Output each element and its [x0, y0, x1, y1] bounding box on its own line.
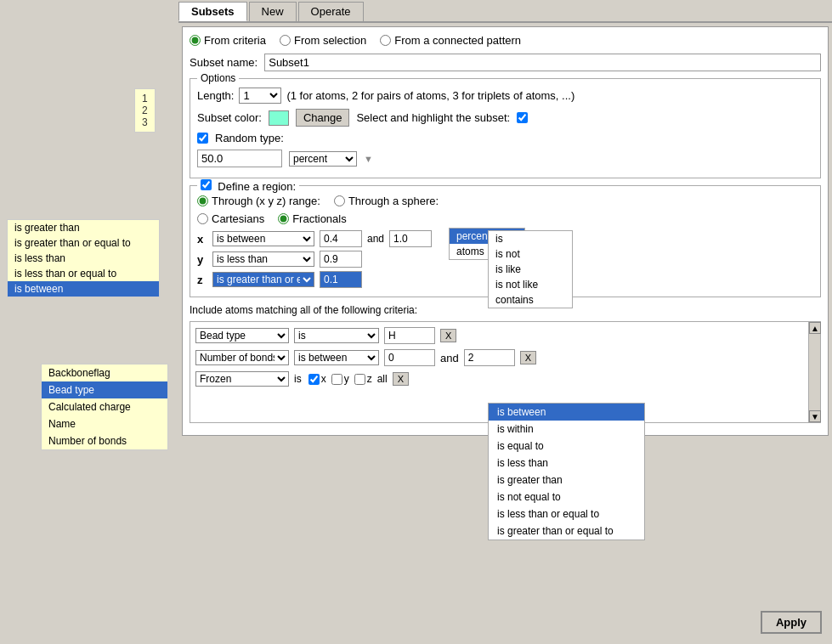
radio-from-criteria[interactable]: From criteria — [190, 34, 266, 47]
radio-from-pattern-input[interactable] — [380, 35, 391, 46]
is-not-like-option[interactable]: is not like — [489, 277, 572, 292]
num-bonds-val1-input[interactable] — [384, 349, 435, 366]
frozen-field-select[interactable]: Frozen — [195, 371, 289, 387]
bonds-comparison-dropdown[interactable]: is between is within is equal to is less… — [488, 403, 645, 540]
criteria-row-1: Bead type is X — [195, 327, 815, 344]
bead-type-field-select[interactable]: Bead type — [195, 328, 289, 343]
bonds-comp-greater[interactable]: is greater than — [489, 472, 644, 489]
bonds-comp-not-equal[interactable]: is not equal to — [489, 489, 644, 506]
bonds-comp-gte[interactable]: is greater than or equal to — [489, 523, 644, 539]
length-row: Length: 1 2 3 (1 for atoms, 2 for pairs … — [197, 88, 813, 104]
num-bonds-val2-input[interactable] — [464, 349, 515, 366]
frozen-z-checkbox[interactable] — [354, 374, 365, 385]
random-type-row: Random type: — [197, 132, 813, 144]
scrollbar-down[interactable]: ▼ — [809, 410, 821, 422]
num-bonds-remove-btn[interactable]: X — [520, 351, 536, 364]
frozen-y-checkbox[interactable] — [331, 374, 342, 385]
apply-button[interactable]: Apply — [761, 611, 822, 634]
tab-new[interactable]: New — [249, 2, 297, 21]
bonds-comp-within[interactable]: is within — [489, 421, 644, 438]
tab-subsets[interactable]: Subsets — [178, 2, 247, 21]
y-val-input[interactable] — [320, 251, 362, 268]
bead-field-calc-charge[interactable]: Calculated charge — [42, 398, 167, 415]
x-op-select[interactable]: is between — [212, 231, 314, 246]
through-xyz-label: Through (x y z) range: — [212, 195, 320, 207]
frozen-z-label[interactable]: z — [354, 373, 372, 385]
bead-field-dropdown[interactable]: Backboneflag Bead type Calculated charge… — [41, 364, 168, 450]
change-color-button[interactable]: Change — [296, 109, 350, 127]
highlight-label: Select and highlight the subset: — [356, 111, 510, 124]
criteria-scroll-area: ▲ ▼ Bead type is X Num — [190, 321, 821, 423]
random-unit-select[interactable]: percent atoms — [289, 151, 357, 167]
comp-option-lt[interactable]: is less than — [8, 251, 159, 266]
bead-type-remove-btn[interactable]: X — [440, 329, 456, 342]
bead-type-op-select[interactable]: is — [294, 328, 379, 343]
scrollbar-up[interactable]: ▲ — [809, 322, 821, 334]
is-not-option[interactable]: is not — [489, 246, 572, 262]
is-like-option[interactable]: is like — [489, 262, 572, 277]
region-group: Define a region: Through (x y z) range: … — [190, 185, 821, 297]
radio-from-criteria-input[interactable] — [190, 35, 201, 46]
bonds-comp-less[interactable]: is less than — [489, 455, 644, 472]
through-sphere-radio[interactable]: Through a sphere: — [334, 195, 439, 207]
through-xyz-radio[interactable]: Through (x y z) range: — [197, 195, 320, 207]
fractionals-label: Fractionals — [292, 212, 347, 225]
bonds-comp-lte[interactable]: is less than or equal to — [489, 506, 644, 523]
comp-option-between[interactable]: is between — [8, 281, 159, 297]
tab-operate[interactable]: Operate — [298, 2, 364, 21]
num-bonds-op-select[interactable]: is between — [294, 350, 379, 365]
bead-field-backboneflag[interactable]: Backboneflag — [42, 364, 167, 381]
bead-field-name[interactable]: Name — [42, 415, 167, 432]
random-value-input[interactable] — [197, 150, 282, 167]
through-sphere-radio-input[interactable] — [334, 195, 345, 206]
z-op-select[interactable]: is greater than or equal to — [212, 272, 314, 287]
radio-from-pattern[interactable]: From a connected pattern — [380, 34, 521, 47]
cartesians-radio[interactable]: Cartesians — [197, 212, 264, 225]
radio-from-selection-input[interactable] — [280, 35, 291, 46]
subset-name-input[interactable] — [264, 54, 821, 71]
bead-type-value-input[interactable] — [384, 327, 435, 344]
z-val-input[interactable] — [320, 271, 362, 288]
cartesians-radio-input[interactable] — [197, 213, 208, 224]
frozen-y-label[interactable]: y — [331, 373, 349, 385]
comparison-dropdown-left[interactable]: is greater than is greater than or equal… — [7, 219, 160, 297]
bead-field-bead-type[interactable]: Bead type — [42, 381, 167, 398]
y-op-select[interactable]: is less than — [212, 251, 314, 267]
fractionals-radio[interactable]: Fractionals — [278, 212, 347, 225]
radio-from-pattern-label: From a connected pattern — [394, 34, 521, 47]
bonds-comp-between[interactable]: is between — [489, 404, 644, 421]
cartesians-label: Cartesians — [212, 212, 264, 225]
number-1: 1 — [142, 93, 148, 105]
x-val2-input[interactable] — [389, 230, 432, 247]
tab-bar: Subsets New Operate — [178, 0, 832, 23]
frozen-remove-btn[interactable]: X — [393, 372, 409, 386]
color-swatch[interactable] — [269, 110, 289, 126]
subset-name-label: Subset name: — [190, 56, 258, 69]
comp-option-gt[interactable]: is greater than — [8, 220, 159, 235]
bonds-comp-equal[interactable]: is equal to — [489, 438, 644, 455]
length-select[interactable]: 1 2 3 — [239, 88, 281, 104]
highlight-checkbox[interactable] — [517, 112, 528, 123]
through-xyz-radio-input[interactable] — [197, 195, 208, 206]
frozen-x-checkbox[interactable] — [308, 374, 320, 385]
bead-field-num-bonds[interactable]: Number of bonds — [42, 432, 167, 449]
options-legend: Options — [197, 72, 239, 84]
is-not-like-dropdown[interactable]: is is not is like is not like contains — [488, 230, 573, 308]
color-label: Subset color: — [197, 111, 262, 124]
comp-option-lte[interactable]: is less than or equal to — [8, 266, 159, 281]
contains-option[interactable]: contains — [489, 292, 572, 308]
random-type-checkbox[interactable] — [197, 133, 208, 144]
x-val1-input[interactable] — [320, 230, 362, 247]
comp-option-gte[interactable]: is greater than or equal to — [8, 235, 159, 251]
content-area: From criteria From selection From a conn… — [182, 26, 829, 436]
frozen-all-label[interactable]: all — [377, 373, 388, 385]
radio-from-selection[interactable]: From selection — [280, 34, 366, 47]
is-option[interactable]: is — [489, 231, 572, 246]
criteria-row-2: Number of bonds is between and X — [195, 349, 815, 366]
region-checkbox[interactable] — [201, 179, 212, 190]
frozen-x-label[interactable]: x — [308, 373, 326, 385]
fractionals-radio-input[interactable] — [278, 213, 289, 224]
length-hint: (1 for atoms, 2 for pairs of atoms, 3 fo… — [286, 89, 574, 102]
num-bonds-field-select[interactable]: Number of bonds — [195, 350, 289, 365]
criteria-section: Include atoms matching all of the follow… — [190, 304, 821, 423]
